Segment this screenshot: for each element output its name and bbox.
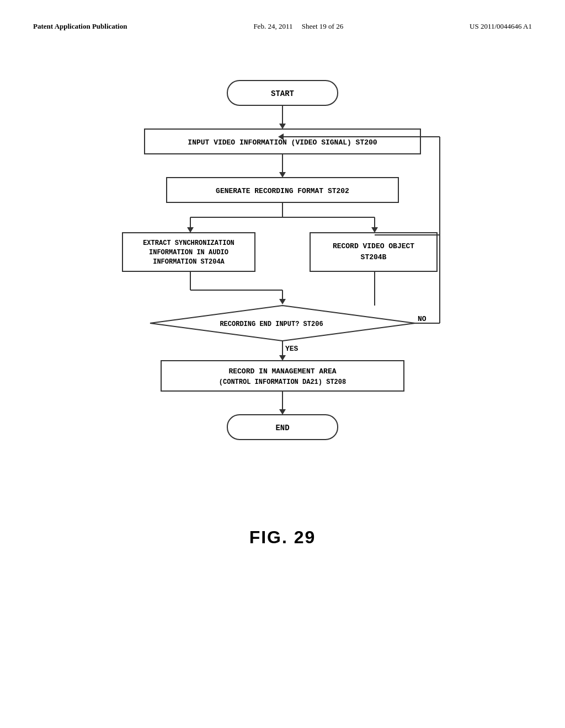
st206-no-label: NO xyxy=(418,315,427,323)
st208-line1-text: RECORD IN MANAGEMENT AREA xyxy=(228,367,336,376)
figure-label: FIG. 29 xyxy=(33,527,532,548)
st200-node-text: INPUT VIDEO INFORMATION (VIDEO SIGNAL) S… xyxy=(188,138,377,147)
page-header: Patent Application Publication Feb. 24, … xyxy=(33,22,532,31)
st206-yes-label: YES xyxy=(285,345,299,353)
st208-line2-text: (CONTROL INFORMATION DA21) ST208 xyxy=(219,378,346,386)
header-date: Feb. 24, 2011 xyxy=(253,22,292,30)
header-sheet: Sheet 19 of 26 xyxy=(302,22,343,30)
st202-node-text: GENERATE RECORDING FORMAT ST202 xyxy=(216,187,349,195)
header-patent-number: US 2011/0044646 A1 xyxy=(470,22,532,31)
svg-marker-5 xyxy=(279,172,286,178)
st204b-line2-text: ST204B xyxy=(361,253,387,261)
svg-marker-22 xyxy=(279,355,286,361)
svg-marker-2 xyxy=(279,124,286,129)
flowchart-diagram: START INPUT VIDEO INFORMATION (VIDEO SIG… xyxy=(89,75,476,516)
st204a-line3-text: INFORMATION ST204A xyxy=(153,258,225,266)
header-publication-label: Patent Application Publication xyxy=(33,22,127,31)
svg-marker-10 xyxy=(187,227,194,233)
st204a-line1-text: EXTRACT SYNCHRONIZATION xyxy=(143,239,234,247)
header-date-sheet: Feb. 24, 2011 Sheet 19 of 26 xyxy=(253,22,343,31)
page: Patent Application Publication Feb. 24, … xyxy=(0,0,565,728)
svg-marker-19 xyxy=(279,299,286,304)
st204a-line2-text: INFORMATION IN AUDIO xyxy=(149,249,228,256)
start-node-text: START xyxy=(271,89,294,98)
end-node-text: END xyxy=(275,424,289,432)
st206-node-text: RECORDING END INPUT? ST206 xyxy=(220,320,323,328)
svg-marker-12 xyxy=(371,227,378,233)
svg-rect-14 xyxy=(310,233,437,271)
svg-rect-30 xyxy=(161,361,404,391)
svg-marker-32 xyxy=(279,409,286,415)
st204b-line1-text: RECORD VIDEO OBJECT xyxy=(333,242,414,250)
